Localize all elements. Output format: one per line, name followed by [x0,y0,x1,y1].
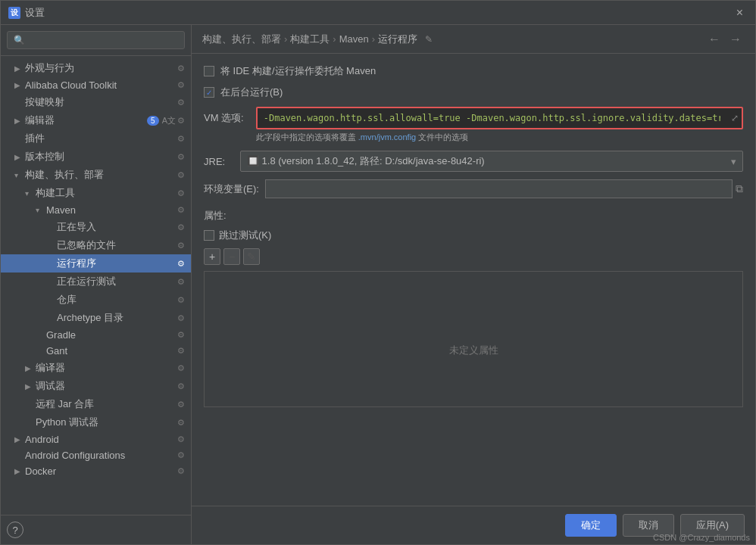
sidebar-item-gant[interactable]: ▶ Gant ⚙ [1,343,191,359]
help-button[interactable]: ? [7,522,23,538]
gear-icon: ⚙ [177,295,185,305]
right-panel: 构建、执行、部署 › 构建工具 › Maven › 运行程序 ✎ ← → [192,25,755,544]
arrow-icon: ▶ [14,117,25,125]
sidebar-item-maven[interactable]: ▾ Maven ⚙ [1,202,191,218]
sidebar-item-running-tests[interactable]: ▶ 正在运行测试 ⚙ [1,272,191,291]
sidebar-item-editor[interactable]: ▶ 编辑器 5 A文 ⚙ [1,111,191,129]
close-button[interactable]: × [732,5,748,21]
sidebar-item-version-control[interactable]: ▶ 版本控制 ⚙ [1,148,191,166]
sidebar-item-appearance[interactable]: ▶ 外观与行为 ⚙ [1,59,191,77]
sidebar-item-label: Gant [46,345,176,357]
gear-icon: ⚙ [177,241,185,251]
env-input[interactable] [265,179,733,198]
add-property-button[interactable]: + [204,248,220,265]
sidebar-item-repository[interactable]: ▶ 仓库 ⚙ [1,291,191,309]
arrow-icon: ▶ [14,81,25,89]
gear-icon: ⚙ [177,205,185,215]
sidebar-item-label: Archetype 目录 [57,311,176,325]
breadcrumb-item-current: 运行程序 [378,33,417,46]
sidebar-item-gradle[interactable]: ▶ Gradle ⚙ [1,327,191,343]
arrow-icon: ▶ [14,435,25,444]
env-row: 环境变量(E): ⧉ [204,179,743,198]
sidebar-item-label: Python 调试器 [36,416,176,429]
remove-property-button[interactable]: − [223,248,240,265]
gear-icon: ⚙ [177,434,185,444]
sidebar-item-label: 编译器 [36,361,176,375]
arrow-icon: ▾ [36,206,46,214]
sidebar-item-label: Docker [25,466,176,477]
vm-input-wrapper: ⤢ [256,107,743,129]
sidebar-item-python-debug[interactable]: ▶ Python 调试器 ⚙ [1,413,191,431]
panel-header: 构建、执行、部署 › 构建工具 › Maven › 运行程序 ✎ ← → [192,25,755,54]
sidebar-item-label: 外观与行为 [25,61,176,75]
breadcrumb-item-3: Maven [339,33,369,45]
vm-options-input[interactable] [258,108,742,128]
search-input[interactable] [7,31,185,49]
vm-hint-link[interactable]: .mvn/jvm.config [358,132,416,142]
dialog-title: 设置 [25,6,732,20]
translate-icon: A文 [162,115,176,126]
sidebar-item-runner[interactable]: ▶ 运行程序 ⚙ [1,254,191,272]
sidebar-item-label: 调试器 [36,379,176,393]
gear-icon: ⚙ [177,346,185,356]
gear-icon: ⚙ [177,188,185,198]
nav-back-button[interactable]: ← [705,31,723,48]
sidebar-item-label: 仓库 [57,293,176,307]
sidebar-item-build-exec-deploy[interactable]: ▾ 构建、执行、部署 ⚙ [1,166,191,184]
sidebar-item-label: 按键映射 [25,95,176,109]
sidebar-item-label: 版本控制 [25,150,176,164]
sidebar-item-label: 构建、执行、部署 [25,168,176,182]
title-bar: 设 设置 × [1,1,755,25]
sidebar-item-compiler[interactable]: ▶ 编译器 ⚙ [1,359,191,377]
sidebar-item-docker[interactable]: ▶ Docker ⚙ [1,463,191,479]
sidebar-item-debugger[interactable]: ▶ 调试器 ⚙ [1,377,191,395]
properties-title: 属性: [204,209,743,223]
confirm-button[interactable]: 确定 [565,514,617,537]
sidebar-item-build-tools[interactable]: ▾ 构建工具 ⚙ [1,184,191,202]
gear-icon: ⚙ [177,277,185,287]
sidebar-item-label: 远程 Jar 合库 [36,397,176,411]
arrow-icon: ▶ [25,364,36,372]
arrow-icon: ▶ [25,382,36,391]
gear-icon: ⚙ [177,98,185,107]
gear-icon: ⚙ [177,134,185,144]
arrow-icon: ▶ [14,153,25,161]
vm-expand-button[interactable]: ⤢ [731,113,739,123]
gear-icon: ⚙ [177,400,185,410]
env-edit-icon[interactable]: ⧉ [736,182,743,195]
sidebar-item-keymap[interactable]: ▶ 按键映射 ⚙ [1,93,191,111]
sidebar-item-archetypes[interactable]: ▶ Archetype 目录 ⚙ [1,309,191,327]
sidebar-item-importing[interactable]: ▶ 正在导入 ⚙ [1,218,191,236]
sidebar-item-label: 正在导入 [57,220,176,234]
vm-hint-text2: 文件中的选项 [416,132,468,142]
arrow-icon: ▾ [25,189,36,198]
gear-icon: ⚙ [177,170,185,180]
jre-select[interactable]: 🔲 1.8 (version 1.8.0_42, 路径: D:/sdk/java… [240,151,743,172]
background-row: 在后台运行(B) [204,86,743,99]
env-label: 环境变量(E): [204,182,259,196]
background-checkbox[interactable] [204,87,214,98]
sidebar-item-android-config[interactable]: ▶ Android Configurations ⚙ [1,447,191,463]
nav-forward-button[interactable]: → [726,31,745,48]
sidebar-bottom: ? [1,515,191,544]
delegate-checkbox[interactable] [204,66,214,76]
sidebar-item-alibaba[interactable]: ▶ Alibaba Cloud Toolkit ⚙ [1,77,191,93]
edit-icon: ✎ [425,34,433,45]
sidebar-item-ignored-files[interactable]: ▶ 已忽略的文件 ⚙ [1,236,191,254]
sidebar-item-android[interactable]: ▶ Android ⚙ [1,431,191,447]
dropdown-arrow-icon: ▾ [731,156,736,167]
skip-tests-label: 跳过测试(K) [219,229,271,242]
gear-icon: ⚙ [177,363,185,373]
skip-tests-checkbox[interactable] [204,230,214,241]
sidebar-item-plugins[interactable]: ▶ 插件 ⚙ [1,129,191,148]
sidebar-item-label: 已忽略的文件 [57,238,176,252]
gear-icon: ⚙ [177,450,185,460]
sidebar-item-label: 构建工具 [36,186,176,200]
sidebar-item-remote-jar[interactable]: ▶ 远程 Jar 合库 ⚙ [1,395,191,413]
properties-table: 未定义属性 [204,271,743,407]
gear-icon: ⚙ [177,223,185,232]
app-icon: 设 [8,7,20,19]
props-toolbar: + − ✎ [204,248,743,265]
gear-icon: ⚙ [177,116,185,126]
edit-property-button[interactable]: ✎ [243,248,260,265]
